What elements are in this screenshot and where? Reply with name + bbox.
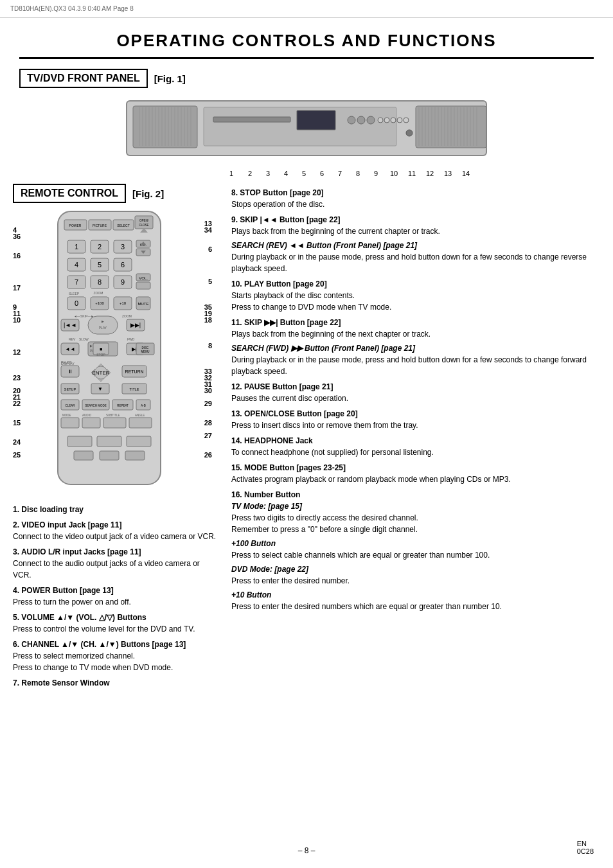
desc-10-title: 10. PLAY Button [page 20]	[231, 278, 600, 290]
svg-rect-58	[135, 216, 153, 229]
svg-rect-160	[74, 451, 93, 460]
svg-text:RETURN: RETURN	[125, 369, 143, 374]
fp-num-9: 9	[367, 170, 385, 177]
page-container: TD810HA(EN).QX3 04.3.9 0:40 AM Page 8 OP…	[0, 0, 613, 693]
front-panel-label: TV/DVD FRONT PANEL	[19, 69, 148, 88]
svg-text:+100: +100	[95, 301, 104, 305]
left-column: REMOTE CONTROL [Fig. 2] POWER PICTURE SE…	[13, 184, 218, 693]
fp-num-10: 10	[385, 170, 403, 177]
page-header: TD810HA(EN).QX3 04.3.9 0:40 AM Page 8	[0, 0, 613, 18]
svg-text:5: 5	[98, 261, 102, 269]
svg-text:ANGLE: ANGLE	[135, 414, 145, 417]
svg-text:+10: +10	[120, 301, 127, 305]
footer-code: 0C28	[577, 847, 594, 855]
left-descriptions: 1. Disc loading tray 2. VIDEO input Jack…	[13, 504, 218, 689]
svg-rect-159	[127, 436, 151, 447]
callout-24: 24	[13, 438, 21, 446]
svg-rect-153	[61, 418, 79, 428]
svg-text:⏸: ⏸	[67, 369, 73, 375]
remote-control-label: REMOTE CONTROL	[13, 184, 126, 203]
desc-8-title: 8. STOP Button [page 20]	[231, 187, 600, 199]
svg-text:▼: ▼	[98, 386, 103, 392]
desc-item-9: 9. SKIP |◄◄ Button [page 22] Plays back …	[231, 214, 600, 274]
svg-text:DISC: DISC	[142, 346, 150, 350]
fp-num-2: 2	[241, 170, 259, 177]
remote-diagram-container: POWER PICTURE SELECT OPEN/ CLOSE 1 2	[13, 208, 212, 497]
front-panel-header: TV/DVD FRONT PANEL [Fig. 1]	[19, 69, 594, 88]
desc-5-body: Press to control the volume level for th…	[13, 623, 218, 635]
fp-num-7: 7	[331, 170, 349, 177]
callout-8: 8	[208, 342, 212, 350]
desc-16-sub2: +100 Button	[231, 538, 600, 549]
callout-16: 16	[13, 252, 21, 260]
desc-13-body: Press to insert discs into or remove the…	[231, 420, 600, 431]
svg-rect-40	[213, 117, 290, 122]
svg-text:OPEN/: OPEN/	[139, 219, 149, 222]
fp-num-1: 1	[222, 170, 241, 177]
desc-6-title: 6. CHANNEL ▲/▼ (CH. ▲/▼) Buttons [page 1…	[13, 639, 218, 650]
svg-text:◄◄: ◄◄	[65, 346, 75, 352]
fp-num-14: 14	[457, 170, 475, 177]
front-panel-diagram	[120, 94, 493, 165]
main-title: OPERATING CONTROLS AND FUNCTIONS	[19, 18, 594, 59]
svg-rect-41	[297, 111, 335, 130]
desc-11-title: 11. SKIP ▶▶| Button [page 22]	[231, 317, 600, 328]
fp-num-8: 8	[349, 170, 367, 177]
svg-point-45	[378, 118, 383, 123]
svg-text:A-B: A-B	[141, 404, 146, 407]
svg-text:4: 4	[75, 261, 78, 269]
main-content: REMOTE CONTROL [Fig. 2] POWER PICTURE SE…	[13, 184, 600, 693]
callout-29: 29	[204, 400, 212, 407]
svg-text:3: 3	[121, 243, 125, 251]
svg-text:FWD: FWD	[127, 337, 135, 341]
desc-2-body: Connect to the video output jack of a vi…	[13, 531, 218, 542]
footer-center: – 8 –	[298, 846, 315, 855]
desc-16-sub4: +10 Button	[231, 589, 600, 601]
fp-num-12: 12	[421, 170, 439, 177]
callout-5: 5	[208, 278, 212, 285]
right-column: 8. STOP Button [page 20] Stops operation…	[231, 184, 600, 693]
svg-text:■: ■	[100, 347, 102, 351]
svg-text:SEARCH MODE: SEARCH MODE	[85, 404, 107, 407]
desc-15-title: 15. MODE Button [pages 23-25]	[231, 462, 600, 474]
svg-rect-87	[136, 282, 150, 289]
svg-text:0: 0	[75, 299, 78, 307]
svg-text:SELECT: SELECT	[117, 224, 129, 227]
fp-num-11: 11	[403, 170, 421, 177]
desc-1-title: 1. Disc loading tray	[13, 505, 84, 514]
desc-3-body: Connect to the audio output jacks of a v…	[13, 558, 218, 581]
desc-7-title: 7. Remote Sensor Window	[13, 677, 218, 689]
svg-point-44	[367, 116, 375, 124]
desc-9-title: 9. SKIP |◄◄ Button [page 22]	[231, 214, 600, 226]
desc-15-body: Activates program playback or random pla…	[231, 474, 600, 485]
callout-36: 36	[13, 233, 21, 240]
fp-num-3: 3	[259, 170, 277, 177]
svg-text:VOL.: VOL.	[139, 276, 148, 280]
desc-16-sub3: DVD Mode: [page 22]	[231, 563, 600, 575]
desc-item-7: 7. Remote Sensor Window	[13, 677, 218, 689]
desc-9-sub-title: SEARCH (REV) ◄◄ Button (Front Panel) [pa…	[231, 240, 600, 251]
desc-item-5: 5. VOLUME ▲/▼ (VOL. △/▽) Buttons Press t…	[13, 612, 218, 635]
desc-6-body: Press to select memorized channel.Press …	[13, 650, 218, 673]
svg-point-47	[391, 118, 396, 123]
svg-text:▶: ▶	[102, 319, 104, 323]
svg-text:9: 9	[121, 278, 125, 286]
desc-item-13: 13. OPEN/CLOSE Button [page 20] Press to…	[231, 408, 600, 431]
front-panel-fig: [Fig. 1]	[154, 73, 186, 84]
svg-text:DISPLAY: DISPLAY	[61, 362, 75, 366]
callout-27: 27	[204, 432, 212, 439]
svg-text:POWER: POWER	[69, 224, 82, 227]
header-text: TD810HA(EN).QX3 04.3.9 0:40 AM Page 8	[10, 5, 134, 12]
desc-item-8: 8. STOP Button [page 20] Stops operation…	[231, 187, 600, 210]
svg-text:STOP: STOP	[96, 353, 105, 357]
svg-rect-154	[82, 418, 100, 428]
callout-17: 17	[13, 284, 21, 292]
svg-rect-157	[67, 436, 92, 447]
desc-2-title: 2. VIDEO input Jack [page 11]	[13, 519, 218, 531]
svg-point-50	[406, 130, 413, 136]
svg-text:CLEAR: CLEAR	[65, 404, 75, 407]
svg-text:TITLE: TITLE	[130, 387, 139, 391]
callout-18: 18	[204, 316, 212, 324]
fp-num-13: 13	[439, 170, 457, 177]
desc-16-title: 16. Number Button	[231, 489, 600, 500]
